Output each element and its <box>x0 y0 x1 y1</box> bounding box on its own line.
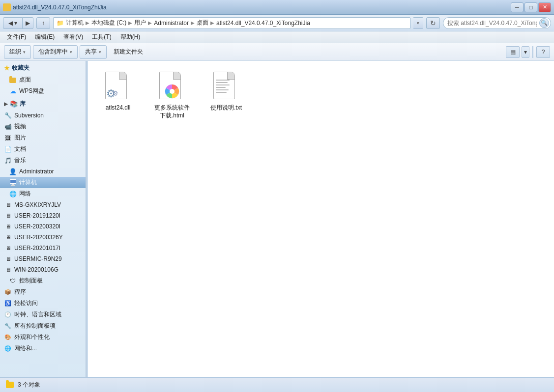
sidebar-item-appearance[interactable]: 🎨 外观和个性化 <box>0 332 86 343</box>
toolbar-divider <box>532 46 533 58</box>
txt-line-3 <box>216 84 230 85</box>
up-icon: ↑ <box>42 20 45 27</box>
sidebar-item-net6[interactable]: 🖥 USERMIC-R9N29 <box>0 253 86 264</box>
menu-help[interactable]: 帮助(H) <box>117 32 145 42</box>
sidebar-item-clock[interactable]: 🕐 时钟、语言和区域 <box>0 309 86 320</box>
menu-file[interactable]: 文件(F) <box>3 32 30 42</box>
sidebar-item-admin[interactable]: 👤 Administrator <box>0 166 86 177</box>
organize-arrow: ▾ <box>23 50 26 55</box>
txt-line-6 <box>216 92 227 93</box>
net7-icon: 🖥 <box>4 266 12 274</box>
sidebar-item-net1[interactable]: 🖥 MS-GXKIXRYJLV <box>0 199 86 210</box>
sidebar-item-net3[interactable]: 🖥 USER-20200320I <box>0 221 86 232</box>
share-button[interactable]: 共享 ▾ <box>80 45 107 59</box>
new-folder-button[interactable]: 新建文件夹 <box>109 45 148 59</box>
sidebar-item-net2[interactable]: 🖥 USER-20191220I <box>0 210 86 221</box>
back-button[interactable]: ◀ ▾ <box>3 17 23 29</box>
sidebar-item-picture[interactable]: 🖼 图片 <box>0 132 86 143</box>
view-mode-button[interactable]: ▤ <box>506 46 520 58</box>
html-icon-wrapper <box>156 71 188 102</box>
sidebar-item-controlpanel[interactable]: 🛡 控制面板 <box>0 275 86 286</box>
music-label: 音乐 <box>14 156 26 165</box>
forward-button[interactable]: ▶ <box>23 17 33 29</box>
net3-label: USER-20200320I <box>14 223 60 230</box>
toolbar-right: ▤ ▾ ? <box>506 46 550 58</box>
star-icon: ★ <box>4 64 10 72</box>
sidebar-item-accessibility[interactable]: ♿ 轻松访问 <box>0 298 86 309</box>
path-sep2: ▶ <box>128 20 132 26</box>
controlpanel-icon: 🛡 <box>9 277 17 285</box>
sidebar-item-video[interactable]: 📹 视频 <box>0 121 86 132</box>
back-icon: ◀ ▾ <box>8 20 17 27</box>
txt-icon-wrapper <box>210 71 242 102</box>
sidebar-item-net7[interactable]: 🖥 WIN-20200106G <box>0 264 86 275</box>
wps-label: WPS网盘 <box>19 87 44 95</box>
path-sep3: ▶ <box>148 20 152 26</box>
sidebar-item-net5[interactable]: 🖥 USER-20201017I <box>0 243 86 253</box>
sidebar-item-program[interactable]: 📦 程序 <box>0 286 86 298</box>
sidebar-item-music[interactable]: 🎵 音乐 <box>0 155 86 166</box>
search-button[interactable]: 🔍 <box>539 18 549 28</box>
statusbar: 3 个对象 <box>0 377 554 392</box>
sidebar-item-network-cp[interactable]: 🌐 网络和... <box>0 343 86 354</box>
file-item-html[interactable]: 更多系统软件下载.html <box>150 69 194 121</box>
all-cp-label: 所有控制面板项 <box>14 322 56 330</box>
file-item-txt[interactable]: 使用说明.txt <box>204 69 248 121</box>
menu-edit[interactable]: 编辑(E) <box>31 32 58 42</box>
sidebar-item-wps[interactable]: ☁ WPS网盘 <box>0 85 86 97</box>
clock-label: 时钟、语言和区域 <box>14 310 61 319</box>
sidebar-item-all-cp[interactable]: 🔧 所有控制面板项 <box>0 320 86 332</box>
addressbar: ◀ ▾ ▶ ↑ 📁 计算机 ▶ 本地磁盘 (C:) ▶ 用户 ▶ Adminis… <box>0 15 554 31</box>
maximize-button[interactable]: □ <box>525 2 537 12</box>
up-button[interactable]: ↑ <box>36 17 50 29</box>
network-icon: 🌐 <box>9 190 17 198</box>
video-label: 视频 <box>14 122 26 131</box>
subversion-icon: 🔧 <box>4 112 12 119</box>
desktop-icon <box>9 76 17 84</box>
address-dropdown[interactable]: ▾ <box>413 17 423 29</box>
search-input[interactable] <box>443 17 551 29</box>
menu-view[interactable]: 查看(V) <box>59 32 87 42</box>
txt-label: 使用说明.txt <box>210 104 242 112</box>
titlebar-title: atlst24.dll_V24.0.47.0_XiTongZhiJia <box>13 4 107 11</box>
path-sep4: ▶ <box>191 20 195 26</box>
file-item-dll[interactable]: ⚙ ⚙ atlst24.dll <box>96 69 140 121</box>
statusbar-folder-icon <box>6 382 14 388</box>
txt-line-5 <box>216 89 229 90</box>
txt-line-4 <box>216 87 226 88</box>
net7-label: WIN-20200106G <box>14 266 58 273</box>
minimize-button[interactable]: ─ <box>511 2 524 12</box>
path-sep5: ▶ <box>210 20 214 26</box>
menu-tools[interactable]: 工具(T) <box>88 32 115 42</box>
new-folder-label: 新建文件夹 <box>114 48 143 56</box>
sidebar-item-desktop[interactable]: 桌面 <box>0 74 86 85</box>
net1-label: MS-GXKIXRYJLV <box>14 201 61 208</box>
include-library-button[interactable]: 包含到库中 ▾ <box>33 45 78 59</box>
help-button[interactable]: ? <box>536 46 550 58</box>
sidebar-item-net4[interactable]: 🖥 USER-20200326Y <box>0 232 86 243</box>
path-users: 用户 <box>134 19 146 27</box>
desktop-label: 桌面 <box>19 76 31 84</box>
path-admin: Administrator <box>154 20 189 27</box>
favorites-label: 收藏夹 <box>12 64 29 72</box>
address-path[interactable]: 📁 计算机 ▶ 本地磁盘 (C:) ▶ 用户 ▶ Administrator ▶… <box>53 17 410 29</box>
clock-icon: 🕐 <box>4 311 12 319</box>
close-button[interactable]: ✕ <box>538 2 551 12</box>
color-wheel-icon <box>164 84 180 99</box>
sidebar-item-doc[interactable]: 📄 文档 <box>0 143 86 155</box>
txt-icon <box>213 72 239 101</box>
sidebar-item-subversion[interactable]: 🔧 Subversion <box>0 110 86 121</box>
organize-button[interactable]: 组织 ▾ <box>4 45 31 59</box>
search-icon: 🔍 <box>541 20 548 26</box>
sidebar-item-network[interactable]: 🌐 网络 <box>0 188 86 199</box>
music-icon: 🎵 <box>4 157 12 165</box>
doc-icon: 📄 <box>4 145 12 153</box>
txt-line-2 <box>216 82 228 83</box>
view-dropdown-button[interactable]: ▾ <box>522 46 529 58</box>
subversion-label: Subversion <box>14 112 44 119</box>
refresh-button[interactable]: ↻ <box>426 17 440 29</box>
sidebar-item-computer[interactable]: 计算机 <box>0 177 86 188</box>
net2-label: USER-20191220I <box>14 212 60 219</box>
control-panel-section: 🛡 控制面板 📦 程序 ♿ 轻松访问 🕐 时钟、语言和区域 🔧 所有控制面板项 … <box>0 275 86 354</box>
picture-icon: 🖼 <box>4 134 12 142</box>
